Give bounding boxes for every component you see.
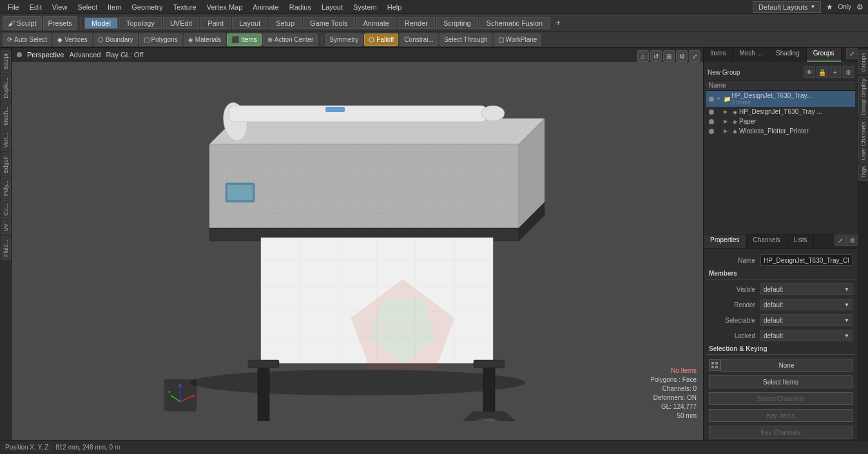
render-dropdown[interactable]: default ▼ xyxy=(760,299,853,310)
tree-child3-item[interactable]: ▶ ◈ Wireless_Plotter_Printer xyxy=(706,126,855,136)
menu-view[interactable]: View xyxy=(47,2,73,12)
tab-paint[interactable]: Paint xyxy=(200,17,231,29)
menu-layout[interactable]: Layout xyxy=(316,2,348,12)
menu-item[interactable]: Item xyxy=(102,2,126,12)
add-tab-icon[interactable]: + xyxy=(552,17,564,29)
constrain-btn[interactable]: Constrai... xyxy=(400,33,438,46)
tab-render[interactable]: Render xyxy=(398,17,435,29)
tree-child2-item[interactable]: ▶ ◈ Paper xyxy=(706,117,855,126)
menu-texture[interactable]: Texture xyxy=(168,2,202,12)
action-center-btn[interactable]: ⊕ Action Center xyxy=(263,33,318,46)
svg-rect-28 xyxy=(715,362,718,364)
viewport-ray-label[interactable]: Ray GL: Off xyxy=(106,51,143,59)
tree-arrow-3[interactable]: ▶ xyxy=(724,128,730,134)
items-btn[interactable]: ⬛ Items xyxy=(227,33,261,46)
sidebar-uv[interactable]: UV xyxy=(1,220,11,235)
vtab-tags[interactable]: Tags xyxy=(858,164,869,181)
prop-tab-lists[interactable]: Lists xyxy=(787,234,815,248)
tab-uvedit[interactable]: UVEdit xyxy=(163,17,199,29)
viewport-advanced-label[interactable]: Advanced xyxy=(69,51,101,59)
add-icon[interactable]: + xyxy=(829,66,841,78)
prop-tab-channels[interactable]: Channels xyxy=(747,234,787,248)
materials-btn[interactable]: ◈ Materials xyxy=(184,33,226,46)
boundary-btn[interactable]: ⬡ Boundary xyxy=(93,33,138,46)
auto-select-btn[interactable]: ⟳ Auto Select xyxy=(3,33,52,46)
sculpt-button[interactable]: 🖌 Sculpt xyxy=(3,16,42,30)
vp-refresh-btn[interactable]: ↺ xyxy=(650,50,662,62)
vtab-group-display[interactable]: Group Displby xyxy=(858,76,869,118)
menu-edit[interactable]: Edit xyxy=(24,2,47,12)
right-tab-shading[interactable]: Shading xyxy=(769,48,807,62)
tree-arrow-2[interactable]: ▶ xyxy=(724,118,730,124)
tab-setup[interactable]: Setup xyxy=(269,17,302,29)
sidebar-vert[interactable]: Vert... xyxy=(1,129,11,151)
sidebar-sculpt[interactable]: Sculpt xyxy=(1,50,11,73)
key-channels-btn[interactable]: Key Channels xyxy=(709,426,853,439)
sidebar-fluid[interactable]: Fluid... xyxy=(1,236,11,260)
selectable-dropdown[interactable]: default ▼ xyxy=(760,314,853,326)
workplane-btn[interactable]: ◫ WorkPlane xyxy=(494,33,542,46)
menu-file[interactable]: File xyxy=(3,2,24,12)
tree-child1-item[interactable]: ▶ ◈ HP_DesignJet_T630_Tray ... xyxy=(706,107,855,117)
vertices-btn[interactable]: ◆ Vertices xyxy=(53,33,92,46)
prop-expand-btn[interactable]: ⤢ xyxy=(834,234,846,246)
tab-topology[interactable]: Topology xyxy=(119,17,162,29)
settings-icon[interactable]: ⚙ xyxy=(854,1,865,13)
settings-icon-panel[interactable]: ⚙ xyxy=(842,66,854,78)
tab-schematic[interactable]: Schematic Fusion xyxy=(479,17,550,29)
vp-zoom-fit-btn[interactable]: ⊞ xyxy=(663,50,675,62)
render-row: Render default ▼ xyxy=(706,297,855,312)
layout-dropdown[interactable]: Default Layouts ▼ xyxy=(753,1,821,13)
right-tab-items[interactable]: Items xyxy=(704,48,733,62)
sidebar-edgef[interactable]: EdgeF xyxy=(1,153,11,176)
menu-system[interactable]: System xyxy=(348,2,382,12)
locked-dropdown[interactable]: default ▼ xyxy=(760,330,853,341)
menu-radius[interactable]: Radius xyxy=(284,2,316,12)
prop-settings-btn[interactable]: ⚙ xyxy=(846,234,858,246)
sidebar-poly[interactable]: Poly... xyxy=(1,177,11,199)
menu-vertexmap[interactable]: Vertex Map xyxy=(202,2,248,12)
tree-arrow-1[interactable]: ▶ xyxy=(724,109,730,115)
tree-root-item[interactable]: ▼ 📁 HP_DesignJet_T630_Tray... 3 Items xyxy=(706,91,855,107)
presets-button[interactable]: Presets xyxy=(43,16,77,30)
viewport-status: No Items Polygons : Face Channels: 0 Def… xyxy=(650,366,697,421)
menu-geometry[interactable]: Geometry xyxy=(126,2,168,12)
sidebar-mesh[interactable]: Mesh... xyxy=(1,103,11,129)
menu-animate[interactable]: Animate xyxy=(247,2,284,12)
vtab-groups[interactable]: Groups xyxy=(858,50,869,75)
falloff-btn[interactable]: ⬡ Falloff xyxy=(364,33,398,46)
right-tab-groups[interactable]: Groups xyxy=(807,48,842,62)
visibility-btn[interactable]: 👁 xyxy=(804,66,815,78)
menu-help[interactable]: Help xyxy=(382,2,407,12)
panel-expand-btn[interactable]: ⤢ xyxy=(846,48,858,59)
key-items-btn[interactable]: Key Items xyxy=(709,409,853,422)
symmetry-btn[interactable]: Symmetry xyxy=(325,33,363,46)
lock-btn[interactable]: 🔒 xyxy=(816,66,828,78)
vtab-user-channels[interactable]: User Channels xyxy=(858,119,869,163)
menu-select[interactable]: Select xyxy=(72,2,102,12)
vp-home-btn[interactable]: ⌂ xyxy=(637,50,649,62)
tab-animate[interactable]: Animate xyxy=(356,17,396,29)
star-icon[interactable]: ★ xyxy=(824,1,835,13)
sidebar-duplic[interactable]: Duplic... xyxy=(1,74,11,102)
select-through-btn[interactable]: Select Through xyxy=(439,33,492,46)
sidebar-cu[interactable]: Cu... xyxy=(1,200,11,219)
tree-expand-arrow[interactable]: ▼ xyxy=(716,96,722,102)
vp-settings-btn[interactable]: ⚙ xyxy=(676,50,688,62)
select-channels-btn[interactable]: Select Channels xyxy=(709,392,853,405)
tab-gametools[interactable]: Game Tools xyxy=(303,17,355,29)
visible-dropdown[interactable]: default ▼ xyxy=(760,283,853,295)
right-tab-mesh[interactable]: Mesh ... xyxy=(733,48,769,62)
select-items-btn[interactable]: Select Items xyxy=(709,375,853,388)
polygons-btn[interactable]: ▢ Polygons xyxy=(139,33,182,46)
viewport[interactable]: Perspective Advanced Ray GL: Off ⌂ ↺ ⊞ ⚙… xyxy=(12,48,703,440)
tree-child2-label: Paper xyxy=(739,118,853,125)
tab-model[interactable]: Model xyxy=(84,17,118,29)
name-input[interactable] xyxy=(760,254,853,266)
vp-expand-btn[interactable]: ⤢ xyxy=(689,50,700,62)
tab-layout[interactable]: Layout xyxy=(232,17,267,29)
tab-scripting[interactable]: Scripting xyxy=(436,17,478,29)
none-btn[interactable]: None xyxy=(720,359,853,372)
prop-tab-properties[interactable]: Properties xyxy=(704,234,747,248)
viewport-perspective-label[interactable]: Perspective xyxy=(27,51,64,59)
